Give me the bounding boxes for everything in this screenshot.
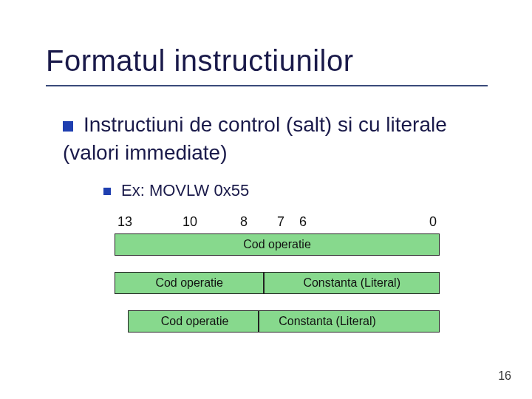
bit-index-row: 13 10 8 7 6 0 — [115, 214, 440, 232]
bullet-square-icon — [103, 188, 111, 195]
bit-label-0: 0 — [429, 214, 437, 230]
bit-label-6: 6 — [299, 214, 307, 230]
row1-opcode: Cod operatie — [115, 233, 440, 256]
page-number: 16 — [498, 369, 511, 383]
row3-opcode: Cod operatie — [128, 310, 259, 332]
row2-opcode: Cod operatie — [115, 272, 264, 294]
bit-label-13: 13 — [117, 214, 132, 230]
format-row-1: Cod operatie — [115, 233, 440, 256]
instruction-format-diagram: 13 10 8 7 6 0 Cod operatie Cod operatie … — [115, 214, 440, 349]
bullet-level1: Instructiuni de control (salt) si cu lit… — [63, 111, 491, 167]
bit-label-7: 7 — [277, 214, 284, 230]
row3-literal: Constanta (Literal) — [259, 310, 440, 332]
bit-label-10: 10 — [183, 214, 197, 230]
slide-title: Formatul instructiunilor — [46, 44, 354, 78]
row2-literal: Constanta (Literal) — [264, 272, 440, 294]
bullet1-text: Instructiuni de control (salt) si cu lit… — [63, 113, 447, 164]
format-row-2: Cod operatie Constanta (Literal) — [115, 272, 440, 294]
bullet-level2: Ex: MOVLW 0x55 — [103, 181, 249, 200]
bit-label-8: 8 — [240, 214, 248, 230]
format-row-3: Cod operatie Constanta (Literal) — [128, 310, 440, 332]
bullet2-text: Ex: MOVLW 0x55 — [121, 181, 249, 200]
bullet-square-icon — [63, 121, 73, 132]
format-rows: Cod operatie Cod operatie Constanta (Lit… — [115, 233, 440, 332]
slide: Formatul instructiunilor Instructiuni de… — [0, 0, 532, 399]
title-underline — [46, 85, 488, 86]
